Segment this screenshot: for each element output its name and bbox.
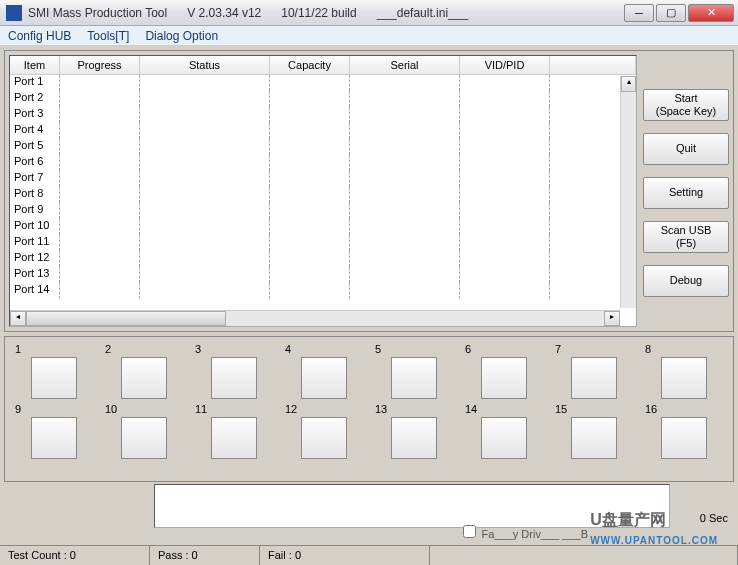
table-row[interactable]: Port 6: [10, 155, 636, 171]
table-row[interactable]: Port 1: [10, 75, 636, 91]
port-slot-6[interactable]: 6: [461, 343, 547, 399]
port-box[interactable]: [571, 357, 617, 399]
status-pass: Pass : 0: [150, 546, 260, 565]
slot-row-1: 12345678: [11, 343, 727, 399]
port-slot-1[interactable]: 1: [11, 343, 97, 399]
table-header: Item Progress Status Capacity Serial VID…: [10, 56, 636, 75]
port-slot-3[interactable]: 3: [191, 343, 277, 399]
close-button[interactable]: ✕: [688, 4, 734, 22]
start-button[interactable]: Start (Space Key): [643, 89, 729, 121]
port-box[interactable]: [121, 417, 167, 459]
port-box[interactable]: [211, 357, 257, 399]
col-capacity[interactable]: Capacity: [270, 56, 350, 74]
quit-button[interactable]: Quit: [643, 133, 729, 165]
status-fail: Fail : 0: [260, 546, 430, 565]
table-row[interactable]: Port 10: [10, 219, 636, 235]
port-slot-2[interactable]: 2: [101, 343, 187, 399]
vertical-scrollbar[interactable]: ▴: [620, 76, 636, 308]
port-slot-5[interactable]: 5: [371, 343, 457, 399]
port-box[interactable]: [571, 417, 617, 459]
port-slot-11[interactable]: 11: [191, 403, 277, 459]
setting-button[interactable]: Setting: [643, 177, 729, 209]
port-slot-10[interactable]: 10: [101, 403, 187, 459]
port-box[interactable]: [391, 417, 437, 459]
menu-dialog-option[interactable]: Dialog Option: [145, 29, 218, 43]
table-row[interactable]: Port 8: [10, 187, 636, 203]
port-slot-12[interactable]: 12: [281, 403, 367, 459]
port-slot-9[interactable]: 9: [11, 403, 97, 459]
port-box[interactable]: [211, 417, 257, 459]
port-slot-16[interactable]: 16: [641, 403, 727, 459]
port-box[interactable]: [391, 357, 437, 399]
port-table: Item Progress Status Capacity Serial VID…: [9, 55, 637, 327]
port-box[interactable]: [301, 417, 347, 459]
port-slot-8[interactable]: 8: [641, 343, 727, 399]
timer-label: 0 Sec: [674, 484, 734, 528]
main-panel: Item Progress Status Capacity Serial VID…: [4, 50, 734, 332]
horizontal-scrollbar[interactable]: ◂ ▸: [10, 310, 620, 326]
port-slot-13[interactable]: 13: [371, 403, 457, 459]
port-slot-14[interactable]: 14: [461, 403, 547, 459]
col-vidpid[interactable]: VID/PID: [460, 56, 550, 74]
table-body: Port 1Port 2Port 3Port 4Port 5Port 6Port…: [10, 75, 636, 299]
port-box[interactable]: [661, 417, 707, 459]
scroll-thumb[interactable]: [26, 311, 226, 326]
table-row[interactable]: Port 7: [10, 171, 636, 187]
checkbox-icon[interactable]: [463, 525, 476, 538]
menu-config-hub[interactable]: Config HUB: [8, 29, 71, 43]
table-row[interactable]: Port 2: [10, 91, 636, 107]
port-slot-panel: 12345678 910111213141516: [4, 336, 734, 482]
table-row[interactable]: Port 3: [10, 107, 636, 123]
scan-usb-button[interactable]: Scan USB (F5): [643, 221, 729, 253]
port-box[interactable]: [481, 357, 527, 399]
col-status[interactable]: Status: [140, 56, 270, 74]
status-test-count: Test Count : 0: [0, 546, 150, 565]
port-slot-4[interactable]: 4: [281, 343, 367, 399]
table-row[interactable]: Port 5: [10, 139, 636, 155]
col-progress[interactable]: Progress: [60, 56, 140, 74]
status-bar: Test Count : 0 Pass : 0 Fail : 0: [0, 545, 738, 565]
table-row[interactable]: Port 11: [10, 235, 636, 251]
table-row[interactable]: Port 4: [10, 123, 636, 139]
side-buttons: Start (Space Key) Quit Setting Scan USB …: [643, 55, 729, 327]
table-row[interactable]: Port 13: [10, 267, 636, 283]
menu-tools[interactable]: Tools[T]: [87, 29, 129, 43]
col-item[interactable]: Item: [10, 56, 60, 74]
table-row[interactable]: Port 12: [10, 251, 636, 267]
debug-button[interactable]: Debug: [643, 265, 729, 297]
port-box[interactable]: [661, 357, 707, 399]
table-row[interactable]: Port 9: [10, 203, 636, 219]
minimize-button[interactable]: ─: [624, 4, 654, 22]
port-box[interactable]: [301, 357, 347, 399]
scroll-up-icon[interactable]: ▴: [621, 76, 636, 92]
window-title: SMI Mass Production Tool V 2.03.34 v12 1…: [28, 6, 624, 20]
port-box[interactable]: [121, 357, 167, 399]
maximize-button[interactable]: ▢: [656, 4, 686, 22]
menubar: Config HUB Tools[T] Dialog Option: [0, 26, 738, 46]
port-slot-7[interactable]: 7: [551, 343, 637, 399]
scroll-left-icon[interactable]: ◂: [10, 311, 26, 326]
app-icon: [6, 5, 22, 21]
port-slot-15[interactable]: 15: [551, 403, 637, 459]
port-box[interactable]: [31, 357, 77, 399]
scroll-right-icon[interactable]: ▸: [604, 311, 620, 326]
col-serial[interactable]: Serial: [350, 56, 460, 74]
slot-row-2: 910111213141516: [11, 403, 727, 459]
factory-driver-checkbox[interactable]: Fa___y Driv___ ___B: [459, 522, 588, 541]
table-row[interactable]: Port 14: [10, 283, 636, 299]
titlebar: SMI Mass Production Tool V 2.03.34 v12 1…: [0, 0, 738, 26]
log-textbox[interactable]: [154, 484, 670, 528]
port-box[interactable]: [481, 417, 527, 459]
port-box[interactable]: [31, 417, 77, 459]
